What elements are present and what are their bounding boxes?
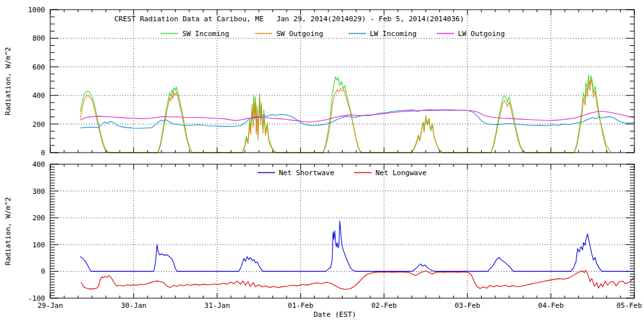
legend-label-sw-outgoing: SW Outgoing bbox=[276, 30, 323, 38]
x-tick-label: 03-Feb bbox=[455, 301, 480, 310]
legend-label-lw-outgoing: LW Outgoing bbox=[458, 30, 505, 38]
legend-label-lw-incoming: LW Incoming bbox=[370, 30, 417, 38]
y-axis-title: Radiation, W/m^2 bbox=[4, 47, 12, 115]
axis-ticks bbox=[50, 164, 634, 298]
y-tick-label: 100 bbox=[32, 241, 45, 249]
series-sw-incoming bbox=[80, 75, 608, 153]
panel-frame bbox=[50, 10, 634, 153]
y-tick-label: 400 bbox=[32, 160, 45, 169]
y-tick-label: 200 bbox=[32, 120, 45, 129]
x-axis-title: Date (EST) bbox=[314, 310, 356, 319]
y-tick-label: 0 bbox=[41, 149, 45, 157]
series-lw-outgoing bbox=[80, 110, 634, 122]
legend-label-net-shortwave: Net Shortwave bbox=[279, 169, 334, 177]
panel-frame bbox=[50, 164, 634, 298]
y-tick-label: 1000 bbox=[28, 6, 46, 14]
y-tick-label: 200 bbox=[32, 214, 45, 222]
y-axis-title: Radiation, W/m^2 bbox=[4, 197, 12, 265]
x-tick-label: 02-Feb bbox=[371, 301, 397, 310]
bottom-panel: -1000100200300400Radiation, W/m^229-Jan3… bbox=[4, 160, 642, 319]
x-tick-label: 29-Jan bbox=[37, 301, 63, 310]
radiation-chart: 02004006008001000Radiation, W/m^2CREST R… bbox=[0, 0, 644, 322]
chart-title: CREST Radiation Data at Caribou, ME Jan … bbox=[114, 15, 464, 23]
radiation-figure: 02004006008001000Radiation, W/m^2CREST R… bbox=[0, 0, 644, 322]
series-net-shortwave bbox=[80, 221, 634, 271]
legend-label-net-longwave: Net Longwave bbox=[375, 169, 426, 177]
axis-ticks bbox=[50, 10, 634, 153]
y-tick-label: 0 bbox=[41, 267, 45, 276]
x-tick-label: 05-Feb bbox=[616, 301, 642, 310]
x-tick-label: 01-Feb bbox=[288, 301, 314, 310]
legend-label-sw-incoming: SW Incoming bbox=[182, 30, 229, 38]
x-tick-label: 30-Jan bbox=[121, 301, 147, 310]
x-tick-label: 31-Jan bbox=[204, 301, 230, 310]
series-net-longwave bbox=[81, 270, 634, 290]
y-tick-label: 300 bbox=[32, 187, 45, 196]
x-tick-label: 04-Feb bbox=[538, 301, 564, 310]
y-tick-label: 600 bbox=[32, 63, 45, 71]
y-tick-label: 400 bbox=[32, 91, 45, 100]
top-panel: 02004006008001000Radiation, W/m^2CREST R… bbox=[4, 6, 634, 157]
y-tick-label: 800 bbox=[32, 34, 45, 43]
